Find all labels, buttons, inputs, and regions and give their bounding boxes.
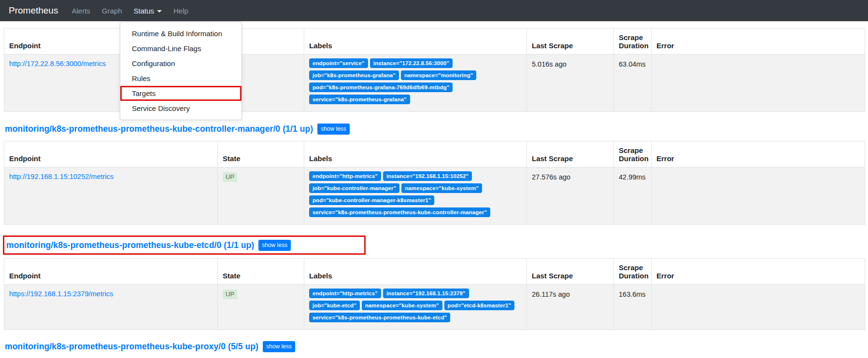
label-badge: job="kube-controller-manager" (309, 183, 399, 193)
error-value (652, 285, 865, 330)
show-less-button[interactable]: show less (258, 240, 291, 251)
dropdown-item-configuration[interactable]: Configuration (120, 56, 242, 71)
column-header-error: Error (652, 28, 865, 55)
scrape-duration-value: 42.99ms (614, 167, 652, 225)
top-navbar: Prometheus Alerts Graph Status Help (0, 0, 868, 21)
label-badge: service="k8s-prometheus-grafana" (309, 95, 410, 104)
column-header-labels: Labels (304, 259, 527, 285)
label-badge: instance="192.168.1.15:2379" (383, 289, 469, 298)
column-header-last-scrape: Last Scrape (527, 28, 614, 55)
column-header-error: Error (652, 259, 865, 285)
column-header-endpoint: Endpoint (4, 259, 218, 285)
status-dropdown-menu: Runtime & Build InformationCommand-Line … (120, 22, 242, 120)
section-header: monitoring/k8s-prometheus-prometheus-kub… (6, 239, 364, 251)
last-scrape-value: 5.016s ago (527, 55, 614, 112)
endpoint-link[interactable]: http://192.168.1.15:10252/metrics (9, 173, 114, 180)
target-row: https://192.168.1.15:2379/metricsUPendpo… (4, 285, 865, 330)
last-scrape-value: 27.576s ago (527, 167, 614, 225)
target-section: monitoring/k8s-prometheus-prometheus-kub… (0, 341, 868, 358)
label-badge: namespace="kube-system" (401, 183, 482, 193)
state-up-badge: UP (223, 172, 237, 182)
column-header-labels: Labels (304, 28, 527, 55)
label-badge: job="kube-etcd" (309, 301, 360, 310)
section-title: monitoring/k8s-prometheus-prometheus-kub… (5, 124, 313, 134)
state-up-badge: UP (223, 289, 237, 299)
last-scrape-value: 26.117s ago (527, 285, 614, 330)
dropdown-item-service-discovery[interactable]: Service Discovery (120, 101, 242, 116)
label-badge: pod="etcd-k8smaster1" (444, 301, 515, 310)
error-value (652, 167, 865, 225)
column-header-state: State (218, 259, 304, 285)
annotation-red-box: monitoring/k8s-prometheus-prometheus-kub… (3, 235, 366, 255)
label-badge: namespace="monitoring" (401, 70, 477, 80)
column-header-last-scrape: Last Scrape (527, 259, 614, 285)
scrape-duration-value: 163.6ms (614, 285, 652, 330)
column-header-last-scrape: Last Scrape (527, 141, 614, 167)
column-header-labels: Labels (304, 141, 527, 167)
show-less-button[interactable]: show less (317, 124, 350, 135)
nav-item-help[interactable]: Help (173, 7, 188, 15)
dropdown-item-runtime-build-information[interactable]: Runtime & Build Information (120, 26, 242, 41)
label-badge: endpoint="http-metrics" (309, 171, 381, 181)
endpoint-link[interactable]: http://172.22.8.56:3000/metrics (9, 60, 106, 68)
target-row: http://192.168.1.15:10252/metricsUPendpo… (4, 167, 865, 225)
targets-table: EndpointStateLabelsLast ScrapeScrape Dur… (4, 258, 865, 330)
column-header-endpoint: Endpoint (4, 141, 218, 167)
table-header-row: EndpointStateLabelsLast ScrapeScrape Dur… (4, 141, 865, 167)
endpoint-link[interactable]: https://192.168.1.15:2379/metrics (9, 290, 113, 298)
dropdown-item-targets[interactable]: Targets (120, 86, 242, 101)
label-badge: instance="192.168.1.15:10252" (383, 171, 472, 181)
column-header-scrape-duration: Scrape Duration (614, 28, 652, 55)
column-header-state: State (218, 141, 304, 167)
scrape-duration-value: 63.04ms (614, 55, 652, 112)
target-section: monitoring/k8s-prometheus-prometheus-kub… (0, 235, 868, 330)
targets-table: EndpointStateLabelsLast ScrapeScrape Dur… (4, 141, 865, 225)
show-less-button[interactable]: show less (263, 341, 295, 352)
column-header-error: Error (652, 141, 865, 167)
nav-item-status-label: Status (134, 7, 155, 15)
error-value (652, 55, 865, 112)
label-badge: pod="k8s-prometheus-grafana-769d6dfb69-m… (309, 83, 453, 92)
label-badge: namespace="kube-system" (362, 301, 442, 310)
caret-down-icon (157, 10, 162, 13)
label-badge: endpoint="http-metrics" (309, 289, 381, 298)
label-badge: job="k8s-prometheus-grafana" (309, 70, 399, 80)
label-badge: service="k8s-prometheus-prometheus-kube-… (309, 207, 490, 217)
dropdown-item-command-line-flags[interactable]: Command-Line Flags (120, 41, 242, 56)
section-header: monitoring/k8s-prometheus-prometheus-kub… (5, 341, 868, 352)
label-badge: endpoint="service" (309, 58, 368, 68)
section-header: monitoring/k8s-prometheus-prometheus-kub… (5, 123, 868, 135)
nav-item-graph[interactable]: Graph (102, 7, 122, 15)
nav-item-status[interactable]: Status (134, 7, 162, 15)
column-header-scrape-duration: Scrape Duration (614, 141, 652, 167)
app-brand[interactable]: Prometheus (9, 5, 58, 16)
label-badge: pod="kube-controller-manager-k8smaster1" (309, 195, 434, 205)
nav-item-alerts[interactable]: Alerts (71, 7, 90, 15)
section-title: monitoring/k8s-prometheus-prometheus-kub… (6, 240, 254, 250)
section-title: monitoring/k8s-prometheus-prometheus-kub… (5, 342, 258, 352)
table-header-row: EndpointStateLabelsLast ScrapeScrape Dur… (4, 259, 865, 285)
column-header-scrape-duration: Scrape Duration (614, 259, 652, 285)
label-badge: service="k8s-prometheus-prometheus-kube-… (309, 313, 450, 322)
label-badge: instance="172.22.8.56:3000" (370, 58, 453, 68)
target-section: monitoring/k8s-prometheus-prometheus-kub… (0, 123, 868, 225)
dropdown-item-rules[interactable]: Rules (120, 71, 242, 86)
